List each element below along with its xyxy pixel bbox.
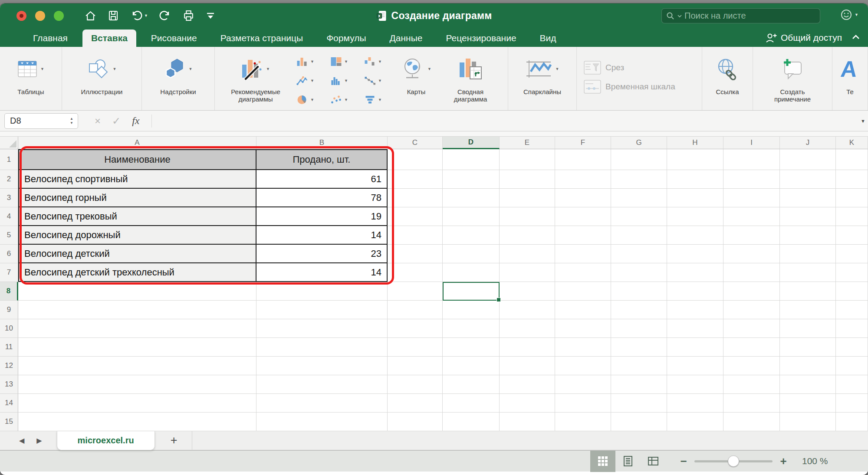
cell-A11[interactable] xyxy=(18,338,256,357)
name-box-input[interactable] xyxy=(5,116,57,126)
cell-F5[interactable] xyxy=(555,226,611,245)
cell-E11[interactable] xyxy=(500,338,555,357)
cell-F14[interactable] xyxy=(555,394,611,413)
cell-G14[interactable] xyxy=(611,394,667,413)
cell-D4[interactable] xyxy=(443,207,500,226)
cell-K2[interactable] xyxy=(836,170,868,189)
cell-E2[interactable] xyxy=(500,170,555,189)
cell-B9[interactable] xyxy=(256,301,388,319)
cell-A7[interactable]: Велосипед детский трехколесный xyxy=(18,263,256,282)
row-header-11[interactable]: 11 xyxy=(0,338,18,357)
expand-formula-bar-icon[interactable]: ▼ xyxy=(861,118,865,124)
close-button[interactable] xyxy=(16,11,26,21)
row-header-12[interactable]: 12 xyxy=(0,357,18,375)
sheet-next-icon[interactable]: ▶ xyxy=(36,436,42,445)
ribbon-tab-1[interactable]: Главная xyxy=(24,29,76,47)
cell-G4[interactable] xyxy=(611,207,667,226)
cell-J4[interactable] xyxy=(780,207,836,226)
cell-F9[interactable] xyxy=(555,301,611,319)
line-chart-button[interactable]: ▼ xyxy=(293,71,327,90)
cell-D13[interactable] xyxy=(443,375,500,394)
cell-C6[interactable] xyxy=(388,245,443,263)
zoom-in-button[interactable]: + xyxy=(776,455,791,468)
cell-J2[interactable] xyxy=(780,170,836,189)
column-header-K[interactable]: K xyxy=(836,137,868,149)
row-header-9[interactable]: 9 xyxy=(0,301,18,319)
cancel-entry-button[interactable]: × xyxy=(95,115,101,127)
cell-G7[interactable] xyxy=(611,263,667,282)
text-button[interactable]: A Те xyxy=(837,50,863,110)
row-header-10[interactable]: 10 xyxy=(0,319,18,338)
cell-E5[interactable] xyxy=(500,226,555,245)
cell-G10[interactable] xyxy=(611,319,667,338)
zoom-slider[interactable] xyxy=(694,460,773,462)
cell-F1[interactable] xyxy=(555,149,611,170)
column-header-E[interactable]: E xyxy=(500,137,555,149)
cell-G5[interactable] xyxy=(611,226,667,245)
row-header-5[interactable]: 5 xyxy=(0,226,18,245)
addins-button[interactable]: ▼ Надстройки xyxy=(160,50,196,110)
link-button[interactable]: Ссылка xyxy=(716,50,739,110)
cell-F4[interactable] xyxy=(555,207,611,226)
cell-F2[interactable] xyxy=(555,170,611,189)
column-header-J[interactable]: J xyxy=(780,137,836,149)
illustrations-button[interactable]: ▼ Иллюстрации xyxy=(81,50,123,110)
print-button[interactable] xyxy=(183,10,194,22)
cell-F15[interactable] xyxy=(555,413,611,431)
cell-I4[interactable] xyxy=(723,207,780,226)
cell-H4[interactable] xyxy=(667,207,723,226)
cell-K9[interactable] xyxy=(836,301,868,319)
ribbon-tab-8[interactable]: Вид xyxy=(531,29,565,47)
cell-B4[interactable]: 19 xyxy=(256,207,388,226)
cell-I9[interactable] xyxy=(723,301,780,319)
cell-I3[interactable] xyxy=(723,189,780,207)
cell-K13[interactable] xyxy=(836,375,868,394)
treemap-chart-button[interactable]: ▼ xyxy=(327,52,361,71)
cell-J3[interactable] xyxy=(780,189,836,207)
cell-E14[interactable] xyxy=(500,394,555,413)
cell-B3[interactable]: 78 xyxy=(256,189,388,207)
cell-G1[interactable] xyxy=(611,149,667,170)
cell-B6[interactable]: 23 xyxy=(256,245,388,263)
cell-D1[interactable] xyxy=(443,149,500,170)
cell-H10[interactable] xyxy=(667,319,723,338)
cell-G2[interactable] xyxy=(611,170,667,189)
cell-H8[interactable] xyxy=(667,282,723,301)
cell-E4[interactable] xyxy=(500,207,555,226)
pivot-chart-button[interactable]: Сводная диаграмма xyxy=(438,50,503,110)
funnel-chart-button[interactable]: ▼ xyxy=(361,90,395,109)
cell-D14[interactable] xyxy=(443,394,500,413)
cell-C5[interactable] xyxy=(388,226,443,245)
column-header-I[interactable]: I xyxy=(723,137,780,149)
cell-A9[interactable] xyxy=(18,301,256,319)
cell-E7[interactable] xyxy=(500,263,555,282)
cell-E10[interactable] xyxy=(500,319,555,338)
cell-I12[interactable] xyxy=(723,357,780,375)
cell-A15[interactable] xyxy=(18,413,256,431)
cell-D3[interactable] xyxy=(443,189,500,207)
cell-B8[interactable] xyxy=(256,282,388,301)
cell-B2[interactable]: 61 xyxy=(256,170,388,189)
row-header-4[interactable]: 4 xyxy=(0,207,18,226)
cell-B11[interactable] xyxy=(256,338,388,357)
name-box[interactable]: ▲▼ xyxy=(4,113,78,129)
cell-G8[interactable] xyxy=(611,282,667,301)
cell-C15[interactable] xyxy=(388,413,443,431)
cell-H11[interactable] xyxy=(667,338,723,357)
cell-D7[interactable] xyxy=(443,263,500,282)
row-header-7[interactable]: 7 xyxy=(0,263,18,282)
cell-E3[interactable] xyxy=(500,189,555,207)
cell-J6[interactable] xyxy=(780,245,836,263)
row-header-6[interactable]: 6 xyxy=(0,245,18,263)
cell-A14[interactable] xyxy=(18,394,256,413)
cell-F7[interactable] xyxy=(555,263,611,282)
cell-B13[interactable] xyxy=(256,375,388,394)
cell-C8[interactable] xyxy=(388,282,443,301)
tables-button[interactable]: ▼ Таблицы xyxy=(17,50,44,110)
collapse-ribbon-button[interactable] xyxy=(852,34,860,42)
cell-F8[interactable] xyxy=(555,282,611,301)
page-layout-view-button[interactable] xyxy=(615,451,641,472)
maps-button[interactable]: ▼ Карты xyxy=(395,50,438,110)
cell-C9[interactable] xyxy=(388,301,443,319)
cell-D12[interactable] xyxy=(443,357,500,375)
